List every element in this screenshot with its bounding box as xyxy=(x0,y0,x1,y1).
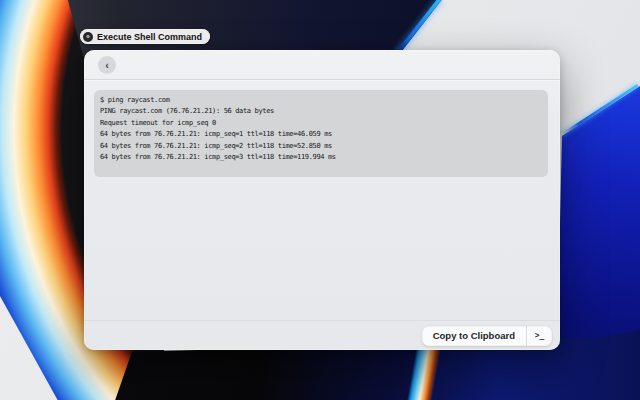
execute-shell-command-window: ‹ $ ping raycast.com PING raycast.com (7… xyxy=(84,50,560,350)
command-circle-icon xyxy=(83,32,93,42)
wallpaper-right-blue-edge-line xyxy=(559,84,639,137)
terminal-prompt-icon[interactable]: >_ xyxy=(526,326,552,346)
window-header: ‹ xyxy=(84,50,560,80)
terminal-line: PING raycast.com (76.76.21.21): 56 data … xyxy=(94,106,548,117)
copy-to-clipboard-button[interactable]: Copy to Clipboard xyxy=(422,326,526,346)
wallpaper-bottom-color-arc xyxy=(393,343,447,400)
chevron-left-icon: ‹ xyxy=(105,60,109,71)
terminal-line: 64 bytes from 76.76.21.21: icmp_seq=1 tt… xyxy=(94,129,548,140)
desktop: Execute Shell Command ‹ $ ping raycast.c… xyxy=(0,0,640,400)
window-footer: Copy to Clipboard >_ xyxy=(84,320,560,350)
terminal-line: 64 bytes from 76.76.21.21: icmp_seq=3 tt… xyxy=(94,152,548,163)
terminal-output[interactable]: $ ping raycast.com PING raycast.com (76.… xyxy=(94,90,548,177)
terminal-line: 64 bytes from 76.76.21.21: icmp_seq=2 tt… xyxy=(94,141,548,152)
terminal-line: Request timeout for icmp_seq 0 xyxy=(94,118,548,129)
command-pill-label: Execute Shell Command xyxy=(97,32,202,42)
back-button[interactable]: ‹ xyxy=(98,56,116,74)
footer-button-group: Copy to Clipboard >_ xyxy=(422,326,552,346)
terminal-line: $ ping raycast.com xyxy=(94,95,548,106)
command-pill[interactable]: Execute Shell Command xyxy=(80,29,210,44)
